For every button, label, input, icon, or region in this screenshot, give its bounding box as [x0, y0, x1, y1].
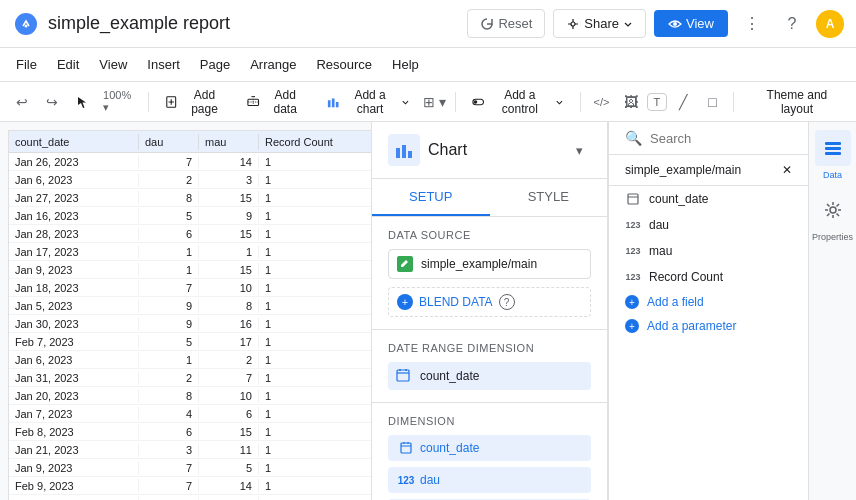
svg-rect-15: [401, 443, 411, 453]
shape-button[interactable]: □: [700, 88, 725, 116]
cell-dau: 7: [139, 479, 199, 493]
properties-prop-button[interactable]: [815, 192, 851, 228]
svg-rect-19: [825, 152, 841, 155]
table-row: Jan 20, 2023 8 10 1: [9, 387, 371, 405]
field-name: Record Count: [649, 270, 723, 284]
top-bar-actions: Reset Share View ⋮ ? A: [467, 8, 844, 40]
cell-mau: 5: [199, 461, 259, 475]
share-button[interactable]: Share: [553, 9, 646, 38]
table-row: Jan 9, 2023 1 15 1: [9, 261, 371, 279]
menu-resource[interactable]: Resource: [308, 53, 380, 76]
menu-file[interactable]: File: [8, 53, 45, 76]
data-source-name: simple_example/main: [421, 257, 582, 271]
data-source-selector-chevron: ✕: [782, 163, 792, 177]
add-field-icon: +: [625, 295, 639, 309]
svg-rect-6: [327, 100, 330, 107]
svg-point-2: [571, 22, 575, 26]
reset-button[interactable]: Reset: [467, 9, 545, 38]
chart-collapse-button[interactable]: ▾: [567, 138, 591, 162]
add-control-button[interactable]: Add a control: [464, 84, 572, 120]
chart-config-panel: Chart ▾ SETUP STYLE Data source simple_e…: [372, 122, 608, 500]
menu-insert[interactable]: Insert: [139, 53, 188, 76]
add-control-dropdown-icon: [555, 97, 564, 107]
data-field-item[interactable]: 123 mau: [609, 238, 808, 264]
search-input[interactable]: [650, 131, 818, 146]
avatar[interactable]: A: [816, 10, 844, 38]
menu-help[interactable]: Help: [384, 53, 427, 76]
search-box: 🔍: [609, 122, 808, 155]
undo-button[interactable]: ↩: [8, 88, 36, 116]
data-source-row[interactable]: simple_example/main: [388, 249, 591, 279]
cell-mau: 11: [199, 443, 259, 457]
toolbar-separator-4: [733, 92, 734, 112]
data-field-item[interactable]: 123 dau: [609, 212, 808, 238]
image-button[interactable]: 🖼: [618, 88, 643, 116]
menu-page[interactable]: Page: [192, 53, 238, 76]
cell-record-count: 1: [259, 281, 371, 295]
data-prop-button[interactable]: [815, 130, 851, 166]
tab-style[interactable]: STYLE: [490, 179, 608, 216]
date-range-field[interactable]: count_date: [388, 362, 591, 390]
table-row: Jan 18, 2023 7 10 1: [9, 279, 371, 297]
calendar-icon: [396, 368, 412, 384]
tab-setup[interactable]: SETUP: [372, 179, 490, 216]
textbox-button[interactable]: T: [647, 93, 667, 111]
data-field-item[interactable]: 123 Record Count: [609, 264, 808, 290]
blend-data-button[interactable]: + BLEND DATA ?: [388, 287, 591, 317]
chart-config-header: Chart ▾: [372, 122, 607, 179]
dimension-chip-count-date[interactable]: count_date: [388, 435, 591, 461]
cell-dau: 8: [139, 191, 199, 205]
add-chart-button[interactable]: Add a chart: [319, 84, 419, 120]
table-row: Feb 9, 2023 7 14 1: [9, 477, 371, 495]
cell-date: Jan 22, 2023: [9, 497, 139, 501]
cell-record-count: 1: [259, 479, 371, 493]
cell-dau: 5: [139, 209, 199, 223]
add-parameter-button[interactable]: + Add a parameter: [609, 314, 808, 338]
page-title: simple_example report: [48, 13, 230, 34]
cell-record-count: 1: [259, 191, 371, 205]
chart-type-icon[interactable]: [388, 134, 420, 166]
redo-button[interactable]: ↪: [38, 88, 66, 116]
menu-view[interactable]: View: [91, 53, 135, 76]
dimension-chip-dau[interactable]: 123 dau: [388, 467, 591, 493]
layout-button[interactable]: ⊞ ▾: [422, 88, 447, 116]
menu-edit[interactable]: Edit: [49, 53, 87, 76]
cell-date: Jan 6, 2023: [9, 353, 139, 367]
cell-date: Jan 6, 2023: [9, 173, 139, 187]
table-row: Feb 8, 2023 6 15 1: [9, 423, 371, 441]
svg-point-1: [25, 24, 28, 27]
add-data-button[interactable]: Add data: [239, 84, 314, 120]
main-area: count_date dau mau Record Count ⊟ ⋮ Jan …: [0, 122, 856, 500]
pencil-icon: [400, 259, 410, 269]
add-field-button[interactable]: + Add a field: [609, 290, 808, 314]
blend-plus-icon: +: [397, 294, 413, 310]
blend-info-icon[interactable]: ?: [499, 294, 515, 310]
cell-dau: 7: [139, 497, 199, 501]
help-button[interactable]: ?: [776, 8, 808, 40]
table-row: Jan 28, 2023 6 15 1: [9, 225, 371, 243]
code-button[interactable]: </>: [589, 88, 614, 116]
svg-rect-17: [825, 142, 841, 145]
cell-dau: 5: [139, 335, 199, 349]
add-data-icon: [247, 95, 259, 109]
cell-record-count: 1: [259, 497, 371, 501]
cell-record-count: 1: [259, 407, 371, 421]
bar-chart-icon: [394, 140, 414, 160]
data-field-item[interactable]: count_date: [609, 186, 808, 212]
more-options-button[interactable]: ⋮: [736, 8, 768, 40]
line-button[interactable]: ╱: [671, 88, 696, 116]
data-source-selector[interactable]: simple_example/main ✕: [609, 155, 808, 186]
theme-layout-button[interactable]: Theme and layout: [746, 84, 848, 120]
cell-record-count: 1: [259, 155, 371, 169]
svg-rect-13: [408, 151, 412, 158]
cell-date: Jan 18, 2023: [9, 281, 139, 295]
cell-mau: 3: [199, 173, 259, 187]
add-chart-icon: [327, 95, 339, 109]
zoom-button[interactable]: 100% ▾: [99, 88, 140, 116]
menu-arrange[interactable]: Arrange: [242, 53, 304, 76]
select-tool-button[interactable]: [70, 88, 95, 116]
add-page-button[interactable]: Add page: [157, 84, 235, 120]
view-button[interactable]: View: [654, 10, 728, 37]
cell-record-count: 1: [259, 353, 371, 367]
add-parameter-icon: +: [625, 319, 639, 333]
